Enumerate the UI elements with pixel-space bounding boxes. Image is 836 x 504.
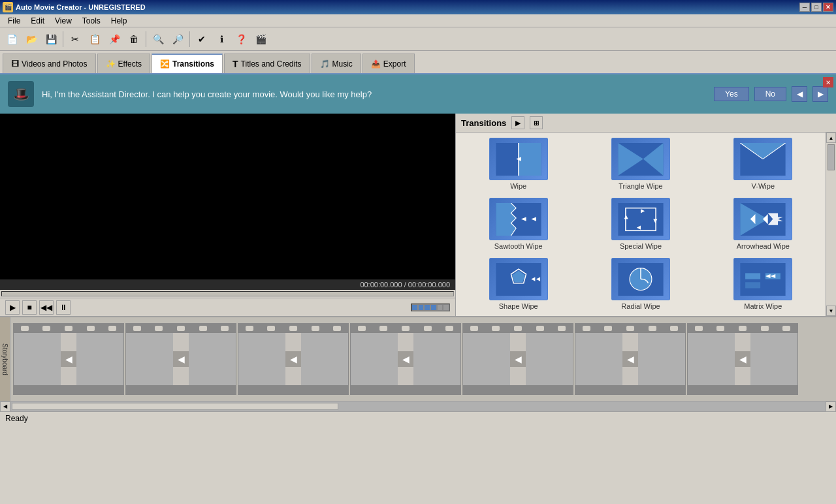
zoom-button[interactable]: 🔎 — [169, 30, 187, 48]
transition-arrowhead-wipe-label: Arrowhead Wipe — [737, 242, 790, 250]
transition-matrix-wipe-thumb — [733, 258, 792, 300]
transitions-grid-btn[interactable]: ⊞ — [530, 116, 543, 129]
minimize-button[interactable]: ─ — [799, 3, 810, 12]
svg-rect-32 — [741, 263, 786, 296]
horizontal-scroll-thumb[interactable] — [12, 403, 338, 410]
video-screen — [0, 114, 455, 279]
transition-radial-wipe-thumb — [611, 258, 670, 300]
tab-titles[interactable]: T Titles and Credits — [224, 54, 310, 73]
title-bar: 🎬 Auto Movie Creator - UNREGISTERED ─ □ … — [0, 0, 836, 14]
check-button[interactable]: ✔ — [193, 30, 211, 48]
search-button[interactable]: 🔍 — [149, 30, 167, 48]
transition-arrowhead-wipe[interactable]: Arrowhead Wipe — [703, 195, 823, 253]
copy-button[interactable]: 📋 — [86, 30, 104, 48]
transitions-scrollbar[interactable]: ▲ ▼ — [826, 133, 836, 316]
video-time: 00:00:00.000 / 00:00:00.000 — [0, 279, 455, 290]
transition-sawtooth-wipe-label: Sawtooth Wipe — [494, 242, 543, 250]
tab-effects-label: Effects — [118, 59, 142, 69]
tab-transitions[interactable]: 🔀 Transitions — [152, 54, 223, 73]
transition-triangle-wipe-thumb — [611, 138, 670, 180]
status-bar: Ready — [0, 411, 836, 424]
paste-button[interactable]: 📌 — [105, 30, 123, 48]
menu-edit[interactable]: Edit — [25, 15, 50, 27]
transition-matrix-wipe[interactable]: Matrix Wipe — [703, 255, 823, 313]
volume-bar[interactable] — [411, 304, 450, 311]
tab-music[interactable]: 🎵 Music — [312, 54, 361, 73]
new-button[interactable]: 📄 — [3, 30, 21, 48]
bottom-scrollbar: ◀ ▶ — [0, 401, 836, 411]
transition-special-wipe-thumb — [611, 198, 670, 240]
cut-button[interactable]: ✂ — [66, 30, 84, 48]
scroll-up-button[interactable]: ▲ — [826, 133, 836, 143]
film-strip-6: ◀ — [575, 323, 686, 395]
delete-button[interactable]: 🗑 — [125, 30, 143, 48]
video-controls: ▶ ■ ◀◀ ⏸ — [0, 298, 455, 316]
assistant-banner: 🎩 Hi, I'm the Assistant Director. I can … — [0, 74, 836, 114]
transitions-header: Transitions ▶ ⊞ — [456, 114, 836, 133]
tab-effects[interactable]: ✨ Effects — [97, 54, 150, 73]
title-bar-controls: ─ □ ✕ — [799, 3, 833, 12]
assistant-close-button[interactable]: ✕ — [823, 77, 833, 87]
open-button[interactable]: 📂 — [22, 30, 40, 48]
scroll-thumb[interactable] — [828, 144, 835, 170]
transition-shape-wipe[interactable]: Shape Wipe — [458, 255, 578, 313]
film-strip-1: ◀ — [13, 323, 124, 395]
menu-file[interactable]: File — [3, 15, 25, 27]
transition-shape-wipe-thumb — [489, 258, 548, 300]
toolbar-separator-2 — [146, 31, 146, 47]
transition-radial-wipe[interactable]: Radial Wipe — [581, 255, 700, 313]
tab-export[interactable]: 📤 Export — [362, 54, 415, 73]
transitions-grid: Wipe Triangle Wipe — [456, 133, 826, 316]
assistant-no-button[interactable]: No — [754, 87, 786, 101]
transitions-play-btn[interactable]: ▶ — [511, 116, 524, 129]
play-button[interactable]: ▶ — [5, 300, 20, 315]
save-button[interactable]: 💾 — [42, 30, 60, 48]
transition-sawtooth-wipe[interactable]: Sawtooth Wipe — [458, 195, 578, 253]
rewind-button[interactable]: ◀◀ — [39, 300, 54, 315]
transition-v-wipe[interactable]: V-Wipe — [703, 135, 823, 193]
transition-v-wipe-label: V-Wipe — [752, 182, 775, 190]
horizontal-scroll-track[interactable] — [10, 402, 826, 411]
assistant-icon: 🎩 — [8, 81, 34, 107]
assistant-actions: Yes No ◀ ▶ — [714, 86, 828, 102]
transition-radial-wipe-label: Radial Wipe — [621, 302, 660, 310]
info-button[interactable]: ℹ — [212, 30, 231, 48]
scroll-left-button[interactable]: ◀ — [0, 402, 10, 412]
transition-wipe[interactable]: Wipe — [458, 135, 578, 193]
video-progress-bar[interactable] — [1, 291, 454, 296]
tab-videos[interactable]: 🎞 Videos and Photos — [3, 54, 96, 73]
help-button[interactable]: ❓ — [232, 30, 250, 48]
transition-triangle-wipe[interactable]: Triangle Wipe — [581, 135, 700, 193]
tab-music-label: Music — [332, 59, 353, 69]
music-icon: 🎵 — [320, 59, 330, 69]
assistant-prev-button[interactable]: ◀ — [792, 86, 807, 102]
tab-titles-label: Titles and Credits — [241, 59, 302, 69]
toolbar: 📄 📂 💾 ✂ 📋 📌 🗑 🔍 🔎 ✔ ℹ ❓ 🎬 — [0, 27, 836, 51]
export-icon: 📤 — [371, 59, 381, 69]
transitions-title: Transitions — [461, 118, 506, 128]
toolbar-separator-1 — [63, 31, 63, 47]
close-button[interactable]: ✕ — [823, 3, 833, 12]
main-content: 00:00:00.000 / 00:00:00.000 ▶ ■ ◀◀ ⏸ Tra… — [0, 114, 836, 316]
transition-v-wipe-thumb — [733, 138, 792, 180]
export-tool-button[interactable]: 🎬 — [251, 30, 270, 48]
menu-help[interactable]: Help — [106, 15, 133, 27]
tab-export-label: Export — [383, 59, 406, 69]
menu-tools[interactable]: Tools — [77, 15, 106, 27]
transition-special-wipe[interactable]: Special Wipe — [581, 195, 700, 253]
restore-button[interactable]: □ — [811, 3, 822, 12]
assistant-message: Hi, I'm the Assistant Director. I can he… — [42, 89, 706, 99]
menu-view[interactable]: View — [50, 15, 77, 27]
pause-button[interactable]: ⏸ — [56, 300, 71, 315]
nav-tabs: 🎞 Videos and Photos ✨ Effects 🔀 Transiti… — [0, 51, 836, 74]
storyboard-area: Storyboard ◀ — [0, 316, 836, 401]
film-strip-3: ◀ — [238, 323, 349, 395]
assistant-yes-button[interactable]: Yes — [714, 87, 749, 101]
scroll-right-button[interactable]: ▶ — [826, 402, 836, 412]
assistant-next-button[interactable]: ▶ — [812, 86, 828, 102]
stop-button[interactable]: ■ — [22, 300, 37, 315]
scroll-down-button[interactable]: ▼ — [826, 306, 836, 316]
svg-rect-35 — [745, 282, 760, 288]
tab-videos-label: Videos and Photos — [22, 59, 88, 69]
transitions-wrapper: Wipe Triangle Wipe — [456, 133, 836, 316]
